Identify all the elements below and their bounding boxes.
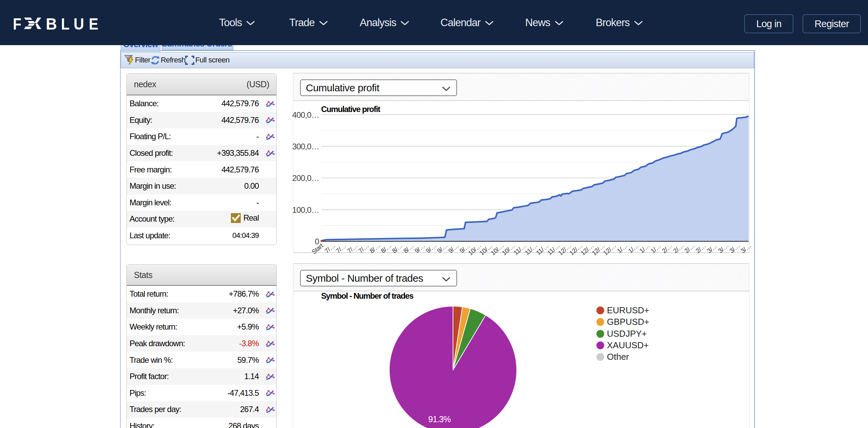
svg-text:7/…: 7/… (335, 242, 348, 255)
svg-text:9/…: 9/… (447, 242, 460, 255)
svg-text:3/…: 3/… (739, 242, 752, 255)
svg-text:Cumulative profit: Cumulative profit (321, 105, 380, 114)
svg-text:12/…: 12/… (602, 242, 617, 257)
svg-text:100,0…: 100,0… (292, 205, 319, 215)
svg-text:7/…: 7/… (323, 242, 336, 255)
svg-text:9/…: 9/… (413, 242, 426, 255)
svg-text:7/…: 7/… (357, 242, 370, 255)
svg-text:8/…: 8/… (368, 242, 381, 255)
svg-text:Symbol - Number of trades: Symbol - Number of trades (321, 291, 414, 300)
svg-text:8/…: 8/… (402, 242, 415, 255)
svg-text:7/…: 7/… (346, 242, 359, 255)
svg-text:1/…: 1/… (649, 242, 662, 255)
svg-text:1/…: 1/… (627, 242, 640, 255)
svg-text:400,0…: 400,0… (292, 110, 319, 119)
svg-text:200,0…: 200,0… (292, 173, 319, 183)
svg-text:8/…: 8/… (379, 242, 392, 255)
svg-text:300,0…: 300,0… (292, 142, 319, 151)
svg-text:3/…: 3/… (728, 242, 741, 255)
svg-text:1/…: 1/… (616, 242, 629, 255)
svg-text:Start: Start (310, 242, 324, 256)
svg-text:B: B (46, 17, 57, 31)
svg-text:U: U (74, 17, 84, 31)
svg-text:2/…: 2/… (683, 242, 696, 255)
svg-text:9/…: 9/… (436, 242, 449, 255)
svg-text:1/…: 1/… (638, 242, 651, 255)
svg-text:F: F (13, 17, 21, 31)
svg-text:9/…: 9/… (425, 242, 437, 255)
svg-text:3/…: 3/… (706, 242, 718, 255)
svg-text:2/…: 2/… (694, 242, 707, 255)
svg-text:2/…: 2/… (672, 242, 685, 255)
svg-text:L: L (61, 17, 70, 31)
svg-text:E: E (89, 17, 98, 31)
svg-text:91.3%: 91.3% (428, 414, 451, 424)
svg-text:3/…: 3/… (717, 242, 730, 255)
svg-text:8/…: 8/… (391, 242, 403, 255)
svg-text:2/…: 2/… (660, 242, 673, 255)
